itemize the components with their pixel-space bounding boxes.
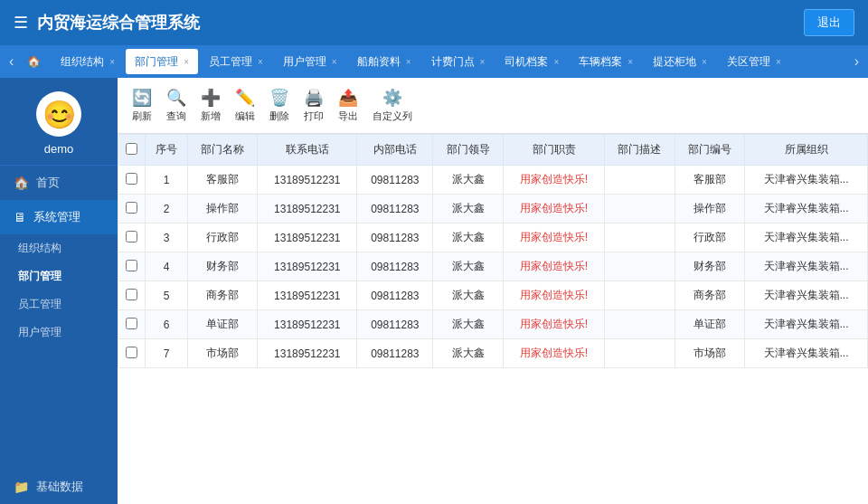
tab-org[interactable]: 组织结构 × [52, 49, 124, 74]
table-row[interactable]: 1 客服部 13189512231 09811283 派大鑫 用家创造快乐! 客… [118, 166, 868, 195]
row-checkbox-cell [118, 223, 146, 252]
cell-phone: 13189512231 [258, 223, 357, 252]
cell-code: 单证部 [675, 310, 744, 339]
vehicle-tab-label: 车辆档案 [579, 54, 622, 70]
cell-leader: 派大鑫 [433, 281, 503, 310]
cell-duty: 用家创造快乐! [503, 281, 604, 310]
customs-tab-close[interactable]: × [776, 57, 781, 67]
cell-duty: 用家创造快乐! [503, 252, 604, 281]
cell-desc [605, 252, 675, 281]
custom-col-button[interactable]: ⚙️ 自定义列 [367, 85, 418, 126]
add-icon: ➕ [201, 88, 221, 108]
tab-driver[interactable]: 司机档案 × [495, 49, 568, 74]
cell-phone: 13189512231 [258, 166, 357, 195]
tab-home[interactable]: 🏠 [18, 49, 50, 74]
cell-seq: 5 [146, 281, 188, 310]
sidebar-item-base[interactable]: 📁 基础数据 [0, 470, 118, 504]
yard-tab-close[interactable]: × [702, 57, 707, 67]
tab-ship[interactable]: 船舶资料 × [348, 49, 420, 74]
org-tab-close[interactable]: × [109, 57, 115, 67]
table-header-row: 序号 部门名称 联系电话 内部电话 部门领导 部门职责 部门描述 部门编号 所属… [118, 135, 868, 166]
cell-leader: 派大鑫 [433, 223, 503, 252]
cell-duty: 用家创造快乐! [503, 339, 604, 368]
header-code: 部门编号 [675, 135, 744, 166]
main-layout: 😊 demo 🏠 首页 🖥 系统管理 组织结构 部门管理 员工管理 用户管理 📁… [0, 78, 868, 504]
sys-nav-label: 系统管理 [33, 209, 80, 225]
cell-internal: 09811283 [357, 166, 433, 195]
home-tab-icon: 🏠 [27, 55, 41, 68]
tab-yard[interactable]: 提还柜地 × [644, 49, 716, 74]
tab-prev-button[interactable]: ‹ [5, 53, 18, 70]
user-tab-close[interactable]: × [332, 57, 337, 67]
tab-user[interactable]: 用户管理 × [274, 49, 346, 74]
cell-code: 行政部 [675, 223, 744, 252]
add-button[interactable]: ➕ 新增 [195, 85, 226, 126]
edit-button[interactable]: ✏️ 编辑 [230, 85, 260, 126]
tab-vehicle[interactable]: 车辆档案 × [570, 49, 642, 74]
sidebar-sub-staff[interactable]: 员工管理 [0, 290, 118, 319]
table-row[interactable]: 6 单证部 13189512231 09811283 派大鑫 用家创造快乐! 单… [118, 310, 868, 339]
tab-staff[interactable]: 员工管理 × [200, 49, 272, 74]
cell-internal: 09811283 [357, 195, 433, 223]
header: ☰ 内贸海运综合管理系统 退出 [0, 0, 868, 45]
delete-icon: 🗑️ [269, 88, 289, 108]
row-checkbox[interactable] [126, 173, 137, 185]
base-icon: 📁 [14, 480, 29, 494]
cell-duty: 用家创造快乐! [503, 166, 604, 195]
driver-tab-close[interactable]: × [553, 57, 559, 67]
export-button[interactable]: 📤 导出 [333, 85, 363, 126]
dept-tab-close[interactable]: × [184, 57, 189, 67]
tab-dept[interactable]: 部门管理 × [126, 49, 198, 74]
app-title: 内贸海运综合管理系统 [37, 12, 200, 33]
ship-tab-close[interactable]: × [406, 57, 411, 67]
print-button[interactable]: 🖨️ 打印 [298, 85, 329, 126]
row-checkbox[interactable] [126, 347, 137, 358]
cell-name: 财务部 [187, 252, 257, 281]
delete-button[interactable]: 🗑️ 删除 [264, 85, 295, 126]
table-row[interactable]: 4 财务部 13189512231 09811283 派大鑫 用家创造快乐! 财… [118, 252, 868, 281]
vehicle-tab-close[interactable]: × [627, 57, 633, 67]
row-checkbox[interactable] [126, 318, 137, 329]
row-checkbox[interactable] [126, 202, 137, 214]
table-row[interactable]: 5 商务部 13189512231 09811283 派大鑫 用家创造快乐! 商… [118, 281, 868, 310]
search-label: 查询 [166, 109, 186, 123]
cell-code: 市场部 [675, 339, 744, 368]
login-button[interactable]: 退出 [804, 9, 854, 36]
row-checkbox[interactable] [126, 231, 137, 242]
menu-icon[interactable]: ☰ [14, 13, 28, 33]
tab-fee[interactable]: 计费门点 × [422, 49, 495, 74]
row-checkbox[interactable] [126, 260, 137, 271]
customs-tab-label: 关区管理 [727, 54, 770, 70]
fee-tab-label: 计费门点 [431, 54, 475, 70]
sidebar-item-sys[interactable]: 🖥 系统管理 [0, 200, 118, 234]
row-checkbox[interactable] [126, 289, 137, 300]
cell-leader: 派大鑫 [433, 166, 503, 195]
yard-tab-label: 提还柜地 [653, 54, 696, 70]
sidebar-sub-dept[interactable]: 部门管理 [0, 262, 118, 290]
header-internal: 内部电话 [357, 135, 433, 166]
tab-next-button[interactable]: › [850, 53, 863, 70]
cell-name: 商务部 [187, 281, 257, 310]
table-row[interactable]: 7 市场部 13189512231 09811283 派大鑫 用家创造快乐! 市… [118, 339, 868, 368]
sidebar-item-home[interactable]: 🏠 首页 [0, 166, 118, 200]
fee-tab-close[interactable]: × [480, 57, 486, 67]
staff-tab-close[interactable]: × [258, 57, 263, 67]
tabs-container: 🏠 组织结构 × 部门管理 × 员工管理 × 用户管理 × 船舶资料 × 计费门… [18, 49, 849, 74]
dept-tab-label: 部门管理 [135, 54, 178, 70]
tab-customs[interactable]: 关区管理 × [718, 49, 790, 74]
header-phone: 联系电话 [258, 135, 357, 166]
cell-duty: 用家创造快乐! [503, 223, 604, 252]
cell-internal: 09811283 [357, 223, 433, 252]
table-body: 1 客服部 13189512231 09811283 派大鑫 用家创造快乐! 客… [118, 166, 868, 368]
sidebar: 😊 demo 🏠 首页 🖥 系统管理 组织结构 部门管理 员工管理 用户管理 📁… [0, 78, 118, 504]
search-button[interactable]: 🔍 查询 [161, 85, 192, 126]
search-icon: 🔍 [166, 88, 186, 108]
table-row[interactable]: 2 操作部 13189512231 09811283 派大鑫 用家创造快乐! 操… [118, 195, 868, 223]
org-sub-label: 组织结构 [18, 242, 61, 254]
ship-tab-label: 船舶资料 [357, 54, 401, 70]
sidebar-sub-org[interactable]: 组织结构 [0, 234, 118, 262]
sidebar-sub-user[interactable]: 用户管理 [0, 319, 118, 347]
select-all-checkbox[interactable] [126, 143, 137, 155]
refresh-button[interactable]: 🔄 刷新 [127, 85, 157, 126]
table-row[interactable]: 3 行政部 13189512231 09811283 派大鑫 用家创造快乐! 行… [118, 223, 868, 252]
